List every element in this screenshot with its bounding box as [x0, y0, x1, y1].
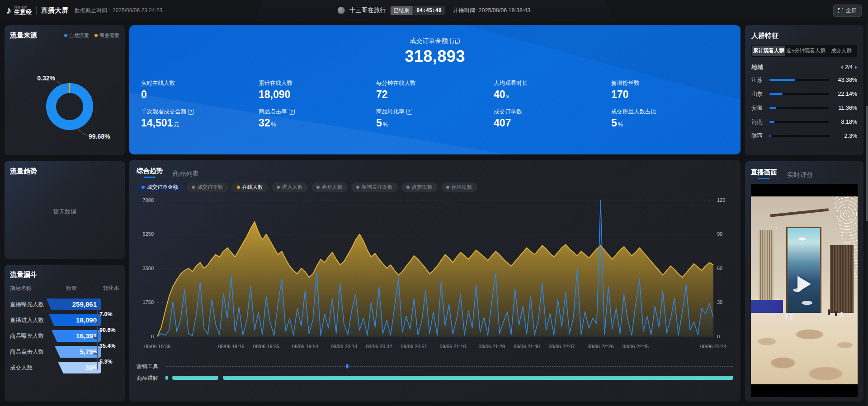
play-button[interactable] — [797, 276, 811, 292]
metric-value: 40s — [494, 89, 611, 101]
gmv-metric-2: 每分钟在线人数72 — [376, 79, 494, 101]
legend-chip-7[interactable]: 评论次数 — [441, 182, 477, 192]
gmv-metric-1: 累计在线人数18,090 — [259, 79, 376, 101]
tab-live-1[interactable]: 实时评价 — [787, 171, 813, 180]
x-axis-tick: 08/06 20:32 — [366, 344, 392, 349]
tab-live-0[interactable]: 直播画面 — [751, 168, 777, 180]
metric-label: 累计在线人数 — [259, 79, 376, 87]
metric-value: 18,090 — [259, 89, 376, 101]
tab-trend-0[interactable]: 综合趋势 — [137, 167, 163, 179]
metric-label: 成交粉丝人数占比 — [611, 108, 729, 116]
legend-chip-6[interactable]: 点赞次数 — [401, 182, 438, 192]
region-percent: 8.18% — [834, 119, 857, 125]
chip-label: 成交订单数 — [197, 184, 223, 191]
legend-chip-3[interactable]: 进入人数 — [272, 182, 308, 192]
traffic-trend-panel: 流量趋势 暂无数据 — [5, 161, 125, 259]
stream-title: 十三哥在旅行 — [349, 6, 386, 14]
metric-unit: s — [506, 93, 509, 99]
page-next-icon[interactable] — [855, 65, 857, 69]
region-bar-fill — [769, 121, 774, 123]
x-axis-tick: 08/06 18:38 — [144, 344, 170, 349]
tab-trend-1[interactable]: 商品列表 — [173, 169, 199, 179]
explain-segment-1[interactable] — [172, 376, 218, 380]
trend-chart[interactable]: 70005250350017500030609012008/06 18:3808… — [137, 194, 733, 360]
data-cutoff-time: 数据截止时间：2025/08/06 23:24:23 — [75, 7, 162, 14]
explain-segment-2[interactable] — [223, 376, 733, 380]
chip-label: 进入人数 — [282, 184, 303, 191]
live-tabs: 直播画面实时评价 — [751, 166, 858, 180]
legend-dot-icon — [64, 34, 67, 37]
app-logo: ♪ 抖音电商 生意经 — [6, 5, 32, 15]
page-prev-icon[interactable] — [840, 65, 843, 69]
funnel-header-name: 指标名称 — [10, 285, 46, 292]
scrollbar[interactable] — [866, 21, 868, 406]
region-row-2: 安徽11.36% — [751, 103, 857, 113]
legend-chip-2[interactable]: 在线人数 — [232, 182, 268, 192]
chip-label: 评论次数 — [452, 184, 472, 191]
live-video-preview[interactable] — [751, 184, 858, 397]
gmv-value: 318,893 — [141, 47, 729, 66]
audience-tab-0[interactable]: 累计观看人群 — [752, 46, 785, 56]
metric-label: 新增粉丝数 — [611, 79, 729, 87]
svg-text:120: 120 — [717, 197, 725, 203]
chip-dot-icon — [277, 186, 280, 189]
pagination-indicator: 2/4 — [845, 64, 853, 70]
traffic-source-panel: 流量来源 自然流量商业流量 0.32%99.68% — [5, 25, 125, 155]
funnel-title: 流量漏斗 — [10, 271, 37, 278]
legend-chip-5[interactable]: 新增关注次数 — [351, 182, 398, 192]
center-column: 成交订单金额 (元) 318,893 实时在线人数0累计在线人数18,090每分… — [129, 25, 741, 401]
x-axis-tick: 08/06 19:54 — [292, 344, 318, 349]
explain-segment-0[interactable] — [165, 376, 168, 380]
audience-tab-1[interactable]: 近5分钟观看人群 — [785, 46, 826, 56]
x-axis-tick: 08/06 20:13 — [331, 344, 357, 349]
audience-panel: 人群特征 累计观看人群近5分钟观看人群成交人群 地域 2/4 江苏43.38%山… — [745, 25, 863, 155]
region-row-0: 江苏43.38% — [751, 75, 857, 85]
product-explain-track[interactable] — [165, 375, 733, 381]
gmv-title: 成交订单金额 (元) — [141, 37, 729, 45]
region-name: 陕西 — [751, 132, 768, 140]
marketing-event-marker[interactable] — [346, 364, 349, 369]
product-explain-label: 商品讲解 — [137, 374, 165, 382]
help-icon[interactable]: ? — [289, 109, 295, 115]
region-bar-track — [769, 79, 829, 81]
legend-chip-1[interactable]: 成交订单数 — [187, 182, 228, 192]
region-row-4: 陕西2.3% — [751, 131, 857, 141]
chip-dot-icon — [406, 186, 410, 189]
gmv-metric-6: 商品点击率?32% — [259, 108, 376, 129]
metric-label: 每分钟在线人数 — [376, 79, 494, 87]
funnel-conversion: 5.3% — [99, 359, 119, 365]
funnel-row-label: 直播曝光人数 — [10, 301, 46, 308]
trend-panel: 综合趋势商品列表 成交订单金额成交订单数在线人数进入人数离开人数新增关注次数点赞… — [129, 160, 741, 401]
help-icon[interactable]: ? — [406, 109, 412, 115]
metric-unit: 元 — [174, 121, 179, 128]
help-icon[interactable]: ? — [188, 109, 194, 115]
metric-label: 商品转化率? — [376, 108, 494, 116]
funnel-conversion: 7.0% — [99, 311, 119, 317]
legend-label: 商业流量 — [99, 32, 119, 39]
metric-label: 商品点击率? — [259, 108, 376, 116]
gmv-metric-4: 新增粉丝数170 — [611, 79, 729, 101]
metric-value: 5% — [611, 117, 729, 129]
metric-unit: % — [271, 121, 276, 128]
audience-title: 人群特征 — [751, 32, 778, 39]
svg-text:5250: 5250 — [143, 232, 154, 237]
metric-value: 72 — [376, 89, 494, 101]
svg-text:90: 90 — [717, 232, 722, 237]
metric-label: 千次观看成交金额? — [141, 108, 259, 116]
scrollbar-thumb[interactable] — [866, 106, 868, 221]
funnel-row-label: 商品曝光人数 — [10, 332, 46, 340]
legend-chip-0[interactable]: 成交订单金额 — [137, 182, 183, 192]
streamer-avatar — [338, 7, 345, 14]
svg-text:1750: 1750 — [143, 300, 154, 305]
region-percent: 22.14% — [834, 91, 857, 97]
traffic-trend-title: 流量趋势 — [10, 167, 37, 175]
region-list: 江苏43.38%山东22.14%安徽11.36%河南8.18%陕西2.3% — [751, 75, 857, 141]
region-bar-track — [769, 121, 829, 123]
legend-chip-4[interactable]: 离开人数 — [311, 182, 348, 192]
marketing-tools-track[interactable] — [165, 364, 733, 369]
funnel-bracket — [94, 354, 98, 369]
metric-label: 实时在线人数 — [141, 79, 259, 87]
fullscreen-button[interactable]: 全屏 — [833, 5, 862, 17]
audience-tab-2[interactable]: 成交人群 — [826, 46, 856, 56]
funnel-bracket — [94, 338, 98, 354]
